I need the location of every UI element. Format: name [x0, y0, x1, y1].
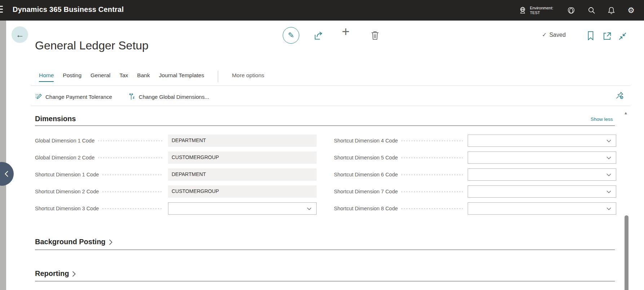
trash-icon: [370, 30, 380, 40]
action-bar: Change Payment Tolerance Change Global D…: [35, 91, 209, 103]
pencil-icon: ✎: [288, 31, 294, 40]
chevron-down-icon: [606, 157, 611, 159]
shortcut-dimension-3-code-combobox[interactable]: [168, 202, 317, 215]
collapse-page-button[interactable]: [618, 32, 627, 42]
delete-button[interactable]: [370, 30, 380, 42]
search-icon[interactable]: [588, 6, 595, 14]
chevron-down-icon: [606, 173, 611, 176]
share-icon: [313, 31, 323, 41]
collapsed-nav-rail: [0, 21, 6, 290]
check-icon: ✓: [542, 31, 547, 38]
tab-posting[interactable]: Posting: [63, 72, 81, 81]
shortcut-dimension-5-code-combobox[interactable]: [468, 151, 616, 164]
app-menu-icon[interactable]: [0, 6, 3, 14]
environment-globe-icon: [519, 6, 527, 14]
global-dimensions-icon: [129, 93, 136, 100]
unpin-icon: [615, 91, 624, 100]
show-less-link[interactable]: Show less: [591, 117, 613, 122]
change-payment-tolerance-button[interactable]: Change Payment Tolerance: [35, 93, 112, 100]
open-in-new-window-button[interactable]: [602, 31, 612, 42]
environment-indicator[interactable]: Environment: TEST: [519, 6, 553, 15]
shortcut-dimension-7-code-combobox[interactable]: [468, 185, 616, 198]
shortcut-dimension-8-code-combobox[interactable]: [468, 202, 616, 215]
expand-nav-button[interactable]: [0, 162, 14, 186]
shortcut-dimension-4-code-combobox[interactable]: [468, 135, 616, 147]
change-global-dimensions-button[interactable]: Change Global Dimensions...: [129, 93, 209, 100]
tab-general[interactable]: General: [91, 72, 110, 81]
dimensions-field-grid: Global Dimension 1 Code DEPARTMENT Globa…: [35, 135, 616, 215]
saved-label: Saved: [549, 32, 565, 38]
chevron-left-icon: [4, 171, 9, 177]
field-shortcut-dimension-2-code: Shortcut Dimension 2 Code CUSTOMERGROUP: [35, 185, 317, 198]
settings-gear-icon[interactable]: ⚙: [627, 6, 635, 14]
tab-bank[interactable]: Bank: [137, 72, 150, 81]
field-shortcut-dimension-8-code: Shortcut Dimension 8 Code: [334, 202, 616, 215]
bookmark-icon: [587, 31, 595, 41]
field-shortcut-dimension-4-code: Shortcut Dimension 4 Code: [334, 135, 616, 147]
chevron-down-icon: [606, 207, 611, 210]
shortcut-dimension-2-code-value: CUSTOMERGROUP: [168, 185, 317, 198]
field-shortcut-dimension-1-code: Shortcut Dimension 1 Code DEPARTMENT: [35, 168, 317, 181]
open-in-new-icon: [602, 31, 612, 41]
collapse-arrows-icon: [618, 32, 627, 41]
field-shortcut-dimension-7-code: Shortcut Dimension 7 Code: [334, 185, 616, 198]
more-options-button[interactable]: More options: [232, 72, 264, 81]
page-title: General Ledger Setup: [35, 39, 149, 52]
notifications-bell-icon[interactable]: [608, 6, 615, 14]
scrollbar-thumb[interactable]: [625, 215, 628, 290]
field-global-dimension-2-code: Global Dimension 2 Code CUSTOMERGROUP: [35, 151, 317, 164]
tab-tax[interactable]: Tax: [119, 72, 128, 81]
dimensions-section-header: Dimensions: [35, 115, 76, 123]
save-status: ✓ Saved: [542, 31, 566, 38]
section-divider: [35, 126, 615, 126]
field-shortcut-dimension-3-code: Shortcut Dimension 3 Code: [35, 202, 317, 215]
divider: [31, 106, 630, 106]
new-button[interactable]: +: [342, 25, 350, 38]
chevron-down-icon: [606, 190, 611, 193]
chevron-right-icon: [109, 239, 113, 245]
tab-strip: Home Posting General Tax Bank Journal Te…: [39, 72, 264, 82]
bookmark-button[interactable]: [587, 31, 595, 42]
field-global-dimension-1-code: Global Dimension 1 Code DEPARTMENT: [35, 135, 317, 147]
scrollbar-up-arrow[interactable]: ▲: [624, 111, 628, 115]
tab-home[interactable]: Home: [39, 72, 54, 82]
background-posting-section-header[interactable]: Background Posting: [35, 238, 113, 246]
back-button[interactable]: ←: [12, 26, 28, 43]
global-dimension-2-code-value: CUSTOMERGROUP: [168, 151, 317, 164]
tab-journal-templates[interactable]: Journal Templates: [159, 72, 204, 81]
environment-label: Environment:: [530, 6, 553, 10]
edit-button[interactable]: ✎: [283, 27, 299, 44]
divider: [31, 85, 630, 86]
field-shortcut-dimension-6-code: Shortcut Dimension 6 Code: [334, 168, 616, 181]
section-divider: [35, 250, 615, 250]
back-arrow-icon: ←: [16, 30, 24, 40]
shortcut-dimension-6-code-combobox[interactable]: [468, 168, 616, 181]
top-app-bar: Dynamics 365 Business Central Environmen…: [0, 0, 644, 21]
chevron-right-icon: [72, 271, 76, 277]
share-button[interactable]: [313, 31, 323, 42]
chevron-down-icon: [606, 140, 611, 142]
environment-name: TEST: [530, 10, 553, 15]
unpin-action-bar-button[interactable]: [615, 91, 624, 101]
app-title[interactable]: Dynamics 365 Business Central: [13, 5, 124, 14]
reporting-section-header[interactable]: Reporting: [35, 269, 76, 278]
field-shortcut-dimension-5-code: Shortcut Dimension 5 Code: [334, 151, 616, 164]
tab-separator: [218, 71, 218, 82]
global-dimension-1-code-value: DEPARTMENT: [168, 135, 317, 147]
payment-tolerance-icon: [35, 93, 42, 100]
section-divider: [35, 281, 615, 281]
shortcut-dimension-1-code-value: DEPARTMENT: [168, 168, 317, 181]
chevron-down-icon: [307, 207, 312, 210]
copilot-icon[interactable]: [567, 6, 575, 15]
